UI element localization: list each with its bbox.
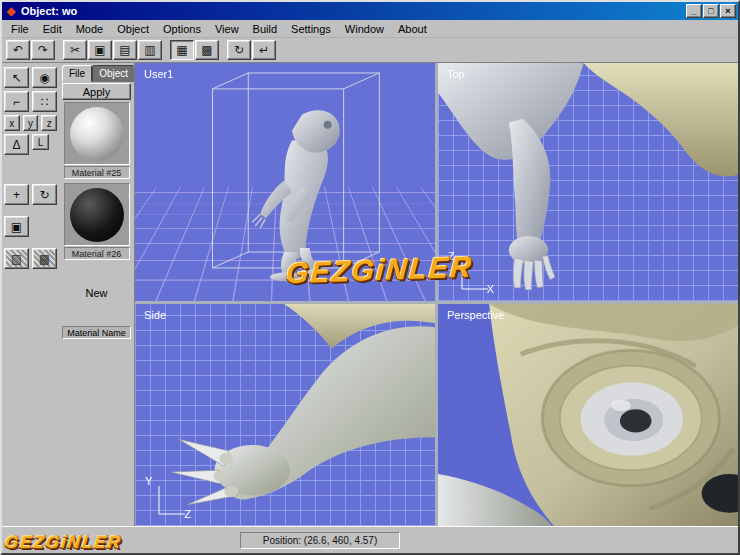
tab-object[interactable]: Object: [92, 65, 135, 82]
viewport-label-perspective: Perspective: [447, 309, 504, 321]
title-bar: ◆ Object: wo _ □ ×: [2, 2, 738, 20]
apply-button[interactable]: Apply: [62, 83, 131, 100]
axis-z-button[interactable]: z: [41, 115, 57, 131]
viewport-perspective[interactable]: Perspective: [438, 304, 738, 526]
corner-tool-icon[interactable]: ⌐: [4, 91, 29, 112]
tab-file[interactable]: File: [62, 65, 92, 82]
swap-view-icon[interactable]: ↵: [252, 40, 276, 60]
visibility-tool-icon[interactable]: ◉: [32, 67, 57, 88]
eye-pupil: [620, 409, 651, 432]
new-material-button[interactable]: New: [62, 274, 131, 312]
axis-x-button[interactable]: x: [4, 115, 20, 131]
menu-edit[interactable]: Edit: [36, 21, 69, 37]
viewport-user1[interactable]: User1: [135, 63, 435, 301]
app-icon[interactable]: ◆: [4, 4, 18, 18]
copy-icon[interactable]: ▣: [88, 40, 112, 60]
axis-lines: [145, 478, 191, 520]
viewport-side[interactable]: Side Y Z: [135, 304, 435, 526]
menu-object[interactable]: Object: [110, 21, 156, 37]
paste-icon[interactable]: ▤: [113, 40, 137, 60]
texture-b-icon[interactable]: ▩: [32, 248, 57, 269]
angle-tool-icon[interactable]: Δ: [4, 134, 29, 155]
position-readout: Position: (26.6, 460, 4.57): [240, 532, 400, 549]
axis-lines: [448, 253, 494, 295]
select-tool-icon[interactable]: ↖: [4, 67, 29, 88]
material-preview-26[interactable]: [64, 183, 130, 246]
close-button[interactable]: ×: [720, 4, 736, 18]
main-area: ↖ ◉ ⌐ ∷ x y z Δ L + ↻ ▣: [2, 63, 738, 526]
axis-indicator-top: Z X: [448, 253, 494, 295]
material-preview-25[interactable]: [64, 102, 130, 165]
status-bar: Position: (26.6, 460, 4.57): [2, 526, 738, 553]
axis-y-button[interactable]: y: [23, 115, 39, 131]
menu-options[interactable]: Options: [156, 21, 208, 37]
move-tool-icon[interactable]: +: [4, 184, 29, 205]
minimize-button[interactable]: _: [686, 4, 702, 18]
creature-side-view: [171, 304, 435, 505]
menu-about[interactable]: About: [391, 21, 434, 37]
menu-mode[interactable]: Mode: [69, 21, 111, 37]
creature-figure: [252, 110, 339, 281]
menu-bar: File Edit Mode Object Options View Build…: [2, 20, 738, 38]
perspective-scene: [438, 304, 738, 526]
undo-icon[interactable]: ↶: [6, 40, 30, 60]
toolbar: ↶ ↷ ✂ ▣ ▤ ▥ ▦ ▩ ↻ ↵: [2, 38, 738, 63]
material-panel: File Object Apply Material #25 Material …: [59, 63, 134, 526]
maximize-button[interactable]: □: [703, 4, 719, 18]
viewport-grid: User1: [134, 63, 738, 526]
menu-window[interactable]: Window: [338, 21, 391, 37]
tool-column: ↖ ◉ ⌐ ∷ x y z Δ L + ↻ ▣: [2, 63, 59, 526]
cut-icon[interactable]: ✂: [63, 40, 87, 60]
points-tool-icon[interactable]: ∷: [32, 91, 57, 112]
app-window: ◆ Object: wo _ □ × File Edit Mode Object…: [0, 0, 740, 555]
material-name-field[interactable]: Material Name: [62, 326, 131, 339]
viewport-label-side: Side: [144, 309, 166, 321]
material-sphere-icon: [70, 107, 124, 161]
viewport-label-user1: User1: [144, 68, 173, 80]
menu-build[interactable]: Build: [246, 21, 284, 37]
user1-scene: [135, 63, 435, 301]
redo-icon[interactable]: ↷: [31, 40, 55, 60]
rotate-tool-icon[interactable]: ↻: [32, 184, 57, 205]
creature-head: [438, 304, 738, 526]
material-tabs: File Object: [62, 65, 131, 82]
rotate-view-icon[interactable]: ↻: [227, 40, 251, 60]
menu-settings[interactable]: Settings: [284, 21, 338, 37]
texture-a-icon[interactable]: ▨: [4, 248, 29, 269]
menu-file[interactable]: File: [4, 21, 36, 37]
axis-indicator-side: Y Z: [145, 478, 191, 520]
pattern-icon[interactable]: ▩: [195, 40, 219, 60]
bounds-tool-icon[interactable]: ▣: [4, 216, 29, 237]
material-label-25: Material #25: [64, 166, 130, 179]
window-title: Object: wo: [21, 5, 686, 17]
menu-view[interactable]: View: [208, 21, 246, 37]
material-sphere-black-icon: [70, 188, 124, 242]
grid-snap-icon[interactable]: ▦: [170, 40, 194, 60]
viewport-label-top: Top: [447, 68, 465, 80]
duplicate-icon[interactable]: ▥: [138, 40, 162, 60]
material-label-26: Material #26: [64, 247, 130, 260]
viewport-top[interactable]: Top Z X: [438, 63, 738, 301]
axis-local-button[interactable]: L: [32, 134, 49, 150]
